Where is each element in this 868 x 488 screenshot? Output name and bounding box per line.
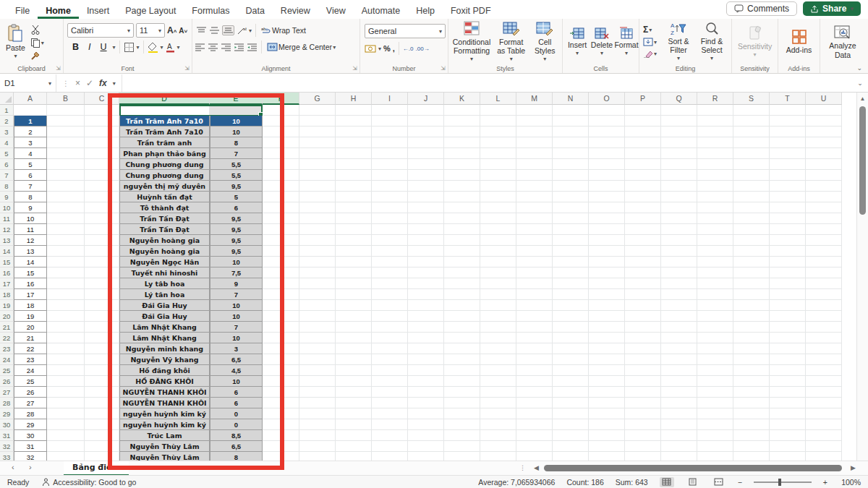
cell-A25[interactable]: 24 xyxy=(14,365,47,376)
cell-C13[interactable] xyxy=(85,235,119,246)
cell-B27[interactable] xyxy=(47,387,85,398)
cell-I33[interactable] xyxy=(372,452,408,461)
column-header-J[interactable]: J xyxy=(408,93,444,105)
cell-Q21[interactable] xyxy=(661,322,697,333)
cell-C32[interactable] xyxy=(85,441,119,452)
increase-font-button[interactable]: A˄ xyxy=(167,25,176,35)
cell-B8[interactable] xyxy=(47,181,85,192)
cell-J15[interactable] xyxy=(408,257,444,267)
cell-C16[interactable] xyxy=(85,267,119,278)
cell-L18[interactable] xyxy=(480,289,516,300)
cell-H9[interactable] xyxy=(336,192,372,202)
align-center-icon[interactable] xyxy=(208,43,218,51)
cell-T8[interactable] xyxy=(770,181,806,192)
cell-D4[interactable]: Trần trâm anh xyxy=(119,137,210,148)
cell-L2[interactable] xyxy=(480,116,516,127)
cell-B19[interactable] xyxy=(47,300,85,311)
format-cells-button[interactable]: Format▾ xyxy=(614,21,639,63)
tab-home[interactable]: Home xyxy=(38,2,79,19)
cell-B33[interactable] xyxy=(47,452,85,461)
cell-Q19[interactable] xyxy=(661,300,697,311)
cell-S10[interactable] xyxy=(733,202,770,213)
cell-A32[interactable]: 31 xyxy=(14,441,47,452)
cell-K24[interactable] xyxy=(444,354,480,365)
cell-D24[interactable]: Nguyễn Vỹ khang xyxy=(119,354,210,365)
cell-R14[interactable] xyxy=(697,246,733,257)
cell-M33[interactable] xyxy=(516,452,553,461)
tab-file[interactable]: File xyxy=(7,2,38,19)
cell-C19[interactable] xyxy=(85,300,119,311)
cell-S1[interactable] xyxy=(733,105,770,116)
cell-P12[interactable] xyxy=(625,224,661,235)
cell-L29[interactable] xyxy=(480,408,516,419)
percent-style-icon[interactable]: % xyxy=(383,44,391,53)
cell-J9[interactable] xyxy=(408,192,444,202)
cell-R2[interactable] xyxy=(697,116,733,127)
cell-Q1[interactable] xyxy=(661,105,697,116)
cell-P16[interactable] xyxy=(625,267,661,278)
cell-M17[interactable] xyxy=(516,278,553,289)
cell-U30[interactable] xyxy=(806,419,842,430)
cell-I3[interactable] xyxy=(372,127,408,137)
cell-L32[interactable] xyxy=(480,441,516,452)
cell-O23[interactable] xyxy=(589,343,625,354)
cell-E23[interactable]: 3 xyxy=(210,343,263,354)
cell-O19[interactable] xyxy=(589,300,625,311)
cell-C6[interactable] xyxy=(85,159,119,170)
cell-M31[interactable] xyxy=(516,430,553,441)
cell-P4[interactable] xyxy=(625,137,661,148)
cell-E3[interactable]: 10 xyxy=(210,127,263,137)
cell-A4[interactable]: 3 xyxy=(14,137,47,148)
accessibility-status[interactable]: Accessibility: Good to go xyxy=(42,478,136,487)
cell-K18[interactable] xyxy=(444,289,480,300)
cell-T10[interactable] xyxy=(770,202,806,213)
cell-S15[interactable] xyxy=(733,257,770,267)
cell-I12[interactable] xyxy=(372,224,408,235)
cell-H14[interactable] xyxy=(336,246,372,257)
cell-L20[interactable] xyxy=(480,311,516,322)
cell-P27[interactable] xyxy=(625,387,661,398)
cell-I29[interactable] xyxy=(372,408,408,419)
cell-E9[interactable]: 5 xyxy=(210,192,263,202)
cell-H30[interactable] xyxy=(336,419,372,430)
cell-K3[interactable] xyxy=(444,127,480,137)
cell-C18[interactable] xyxy=(85,289,119,300)
cell-N12[interactable] xyxy=(553,224,589,235)
cell-S28[interactable] xyxy=(733,398,770,408)
cell-T16[interactable] xyxy=(770,267,806,278)
cell-J1[interactable] xyxy=(408,105,444,116)
cell-J12[interactable] xyxy=(408,224,444,235)
cell-K20[interactable] xyxy=(444,311,480,322)
cell-R7[interactable] xyxy=(697,170,733,181)
cell-N28[interactable] xyxy=(553,398,589,408)
cell-E30[interactable]: 0 xyxy=(210,419,263,430)
cell-U17[interactable] xyxy=(806,278,842,289)
cell-G23[interactable] xyxy=(299,343,336,354)
cell-U7[interactable] xyxy=(806,170,842,181)
column-header-T[interactable]: T xyxy=(770,93,806,105)
row-header-28[interactable]: 28 xyxy=(0,398,14,408)
column-header-H[interactable]: H xyxy=(336,93,372,105)
cell-S3[interactable] xyxy=(733,127,770,137)
cell-L17[interactable] xyxy=(480,278,516,289)
cell-N6[interactable] xyxy=(553,159,589,170)
increase-indent-icon[interactable] xyxy=(247,43,258,51)
cell-M27[interactable] xyxy=(516,387,553,398)
cell-F30[interactable] xyxy=(263,419,299,430)
cell-J23[interactable] xyxy=(408,343,444,354)
cell-S13[interactable] xyxy=(733,235,770,246)
cell-P25[interactable] xyxy=(625,365,661,376)
sheet-tab[interactable]: Bảng điểm xyxy=(64,461,129,476)
cell-D33[interactable]: Nguyễn Thùy Lâm xyxy=(119,452,210,461)
cell-G5[interactable] xyxy=(299,148,336,159)
cell-D5[interactable]: Phan phạn thảo băng xyxy=(119,148,210,159)
cell-N24[interactable] xyxy=(553,354,589,365)
cell-D31[interactable]: Trúc Lam xyxy=(119,430,210,441)
cell-E16[interactable]: 7,5 xyxy=(210,267,263,278)
cell-K4[interactable] xyxy=(444,137,480,148)
cell-B26[interactable] xyxy=(47,376,85,387)
cell-G10[interactable] xyxy=(299,202,336,213)
font-color-icon[interactable]: A xyxy=(166,42,175,53)
share-button[interactable]: Share ▾ xyxy=(803,1,861,16)
name-box-split-handle[interactable]: ⋮ xyxy=(62,80,69,87)
